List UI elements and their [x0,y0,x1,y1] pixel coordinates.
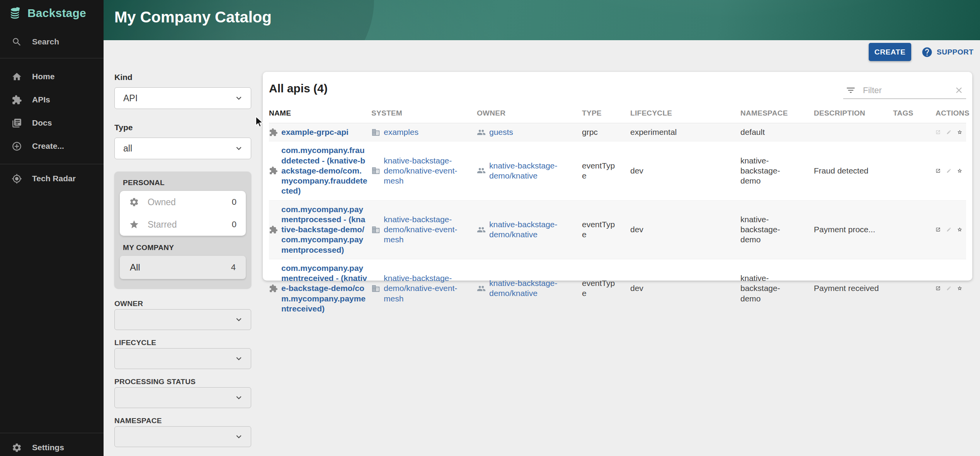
docs-icon [12,118,22,128]
type-filter-label: Type [114,123,133,132]
sidebar: Backstage Search Home APIs Docs Create..… [0,0,104,456]
entity-name-link[interactable]: com.mycompany.frauddetected - (knative-b… [281,145,368,196]
column-header-namespace[interactable]: NAMESPACE [740,109,814,123]
owner-link[interactable]: guests [489,127,513,137]
type-cell: eventType [582,161,618,181]
sidebar-item-search[interactable]: Search [0,33,104,50]
home-icon [12,71,22,82]
star-outline-icon[interactable] [957,225,962,235]
filter-all[interactable]: All 4 [120,256,246,279]
namespace-cell: default [740,127,765,137]
processing-status-select[interactable] [114,387,251,408]
group-icon [477,225,486,234]
entity-picker-panel: PERSONAL Owned 0 Starred 0 MY COMPANY Al… [114,172,251,288]
sidebar-item-docs[interactable]: Docs [0,114,104,131]
namespace-select[interactable] [114,426,251,447]
open-in-new-icon[interactable] [936,283,941,293]
star-outline-icon[interactable] [957,283,962,293]
type-select-value: all [123,143,132,154]
entity-name-link[interactable]: example-grpc-api [281,127,349,137]
owner-link[interactable]: knative-backstage-demo/knative [489,219,568,240]
lifecycle-cell: dev [630,284,643,293]
sidebar-item-apis[interactable]: APIs [0,91,104,108]
open-in-new-icon[interactable] [936,225,941,235]
owner-select[interactable] [114,309,251,330]
star-outline-icon[interactable] [957,127,962,137]
system-icon [371,284,380,293]
system-link[interactable]: knative-backstage-demo/knative-event-mes… [384,156,473,186]
table-row: example-grpc-api examples guests grpc ex… [269,123,966,141]
group-icon [477,284,486,293]
api-kind-icon [269,225,278,234]
sidebar-item-home[interactable]: Home [0,68,104,85]
filter-starred[interactable]: Starred 0 [120,213,246,236]
chevron-down-icon [234,393,244,403]
tech-radar-icon [12,174,22,184]
kind-select-value: API [123,93,138,104]
edit-icon[interactable] [946,225,951,235]
type-select[interactable]: all [114,138,251,159]
open-in-new-icon[interactable] [936,127,941,137]
help-icon [921,46,933,58]
filter-owned[interactable]: Owned 0 [120,191,246,213]
column-header-owner[interactable]: OWNER [477,109,582,123]
edit-icon[interactable] [946,283,951,293]
backstage-logo[interactable]: Backstage [9,6,86,20]
chevron-down-icon [234,143,244,153]
sidebar-item-settings[interactable]: Settings [0,439,104,456]
filter-starred-label: Starred [148,219,177,230]
system-link[interactable]: knative-backstage-demo/knative-event-mes… [384,214,473,245]
table-filter[interactable] [843,82,966,99]
sidebar-item-label: Home [32,72,54,81]
system-link[interactable]: examples [384,127,419,137]
sidebar-item-tech-radar[interactable]: Tech Radar [0,170,104,187]
owner-link[interactable]: knative-backstage-demo/knative [489,161,568,181]
group-icon [477,128,486,137]
edit-icon[interactable] [946,166,951,176]
type-cell: grpc [582,127,598,137]
system-link[interactable]: knative-backstage-demo/knative-event-mes… [384,273,473,304]
clear-icon[interactable] [954,85,964,95]
page-header: My Company Catalog [104,0,980,40]
sidebar-item-label: Docs [32,118,52,128]
backstage-logo-icon [9,6,22,20]
sidebar-item-label: Settings [32,443,64,452]
gear-icon [129,197,139,207]
processing-status-filter-label: PROCESSING STATUS [114,378,196,386]
lifecycle-select[interactable] [114,348,251,369]
table-filter-input[interactable] [862,85,948,96]
filter-all-count: 4 [231,262,236,272]
owner-filter-label: OWNER [114,299,143,308]
lifecycle-cell: experimental [630,128,677,136]
support-button[interactable]: SUPPORT [921,43,973,61]
column-header-description[interactable]: DESCRIPTION [814,109,893,123]
chevron-down-icon [234,93,244,103]
kind-select[interactable]: API [114,87,251,109]
create-button[interactable]: CREATE [869,43,911,61]
column-header-name[interactable]: NAME [269,109,371,123]
owner-link[interactable]: knative-backstage-demo/knative [489,278,568,299]
entity-name-link[interactable]: com.mycompany.paymentreceived - (knative… [281,263,368,314]
column-header-lifecycle[interactable]: LIFECYCLE [630,109,740,123]
column-header-type[interactable]: TYPE [582,109,630,123]
puzzle-icon [12,95,22,105]
company-section-title: MY COMPANY [123,243,246,252]
backstage-logo-text: Backstage [27,7,86,20]
personal-card: Owned 0 Starred 0 [120,191,246,236]
api-kind-icon [269,128,278,137]
api-kind-icon [269,166,278,175]
catalog-table: NAME SYSTEM OWNER TYPE LIFECYCLE NAMESPA… [269,109,966,318]
sidebar-item-create[interactable]: Create... [0,138,104,155]
group-icon [477,166,486,175]
search-icon [12,37,22,47]
edit-icon[interactable] [946,127,951,137]
namespace-cell: knative-backstage-demo [740,214,799,245]
star-outline-icon[interactable] [957,166,962,176]
column-header-tags[interactable]: TAGS [893,109,936,123]
column-header-system[interactable]: SYSTEM [371,109,477,123]
lifecycle-filter-label: LIFECYCLE [114,339,156,347]
entity-name-link[interactable]: com.mycompany.paymentprocessed - (knativ… [281,204,368,255]
sidebar-item-label: Search [32,37,59,46]
open-in-new-icon[interactable] [936,166,941,176]
table-header-row: NAME SYSTEM OWNER TYPE LIFECYCLE NAMESPA… [269,109,966,123]
